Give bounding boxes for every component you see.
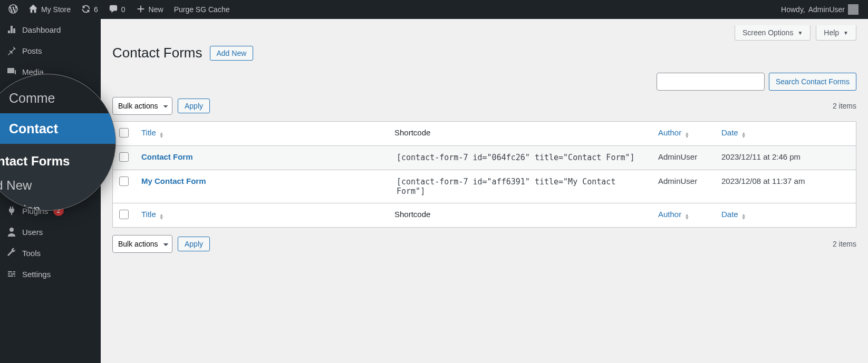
search-button[interactable]: Search Contact Forms	[769, 73, 856, 91]
wrench-icon	[6, 248, 17, 258]
zoom-contact-label: Contact	[9, 121, 58, 136]
search-input[interactable]	[657, 73, 765, 91]
table-row: Contact Form [contact-form-7 id="064fc26…	[113, 146, 856, 170]
updates-link[interactable]: 6	[76, 0, 103, 19]
screen-options-tab[interactable]: Screen Options ▼	[735, 25, 811, 41]
apply-label: Apply	[185, 240, 203, 248]
col-shortcode: Shortcode	[388, 203, 652, 228]
sort-icon: ▲▼	[741, 132, 746, 138]
add-new-button[interactable]: Add New	[210, 46, 254, 61]
row-shortcode[interactable]: [contact-form-7 id="064fc26" title="Cont…	[394, 152, 637, 163]
items-count-bottom: 2 items	[833, 240, 856, 248]
row-date: 2023/12/11 at 2:46 pm	[715, 146, 856, 170]
forms-table: Title▲▼ Shortcode Author▲▼ Date▲▼ Contac…	[112, 121, 856, 228]
home-icon	[28, 4, 38, 15]
sidebar-item-label: Users	[22, 228, 43, 237]
row-title-link[interactable]: My Contact Form	[141, 176, 206, 185]
chevron-down-icon: ▼	[797, 30, 803, 36]
mail-icon	[0, 121, 2, 136]
search-button-label: Search Contact Forms	[776, 77, 850, 86]
zoom-sub-contact-forms: Contact Forms	[0, 149, 115, 173]
col-author[interactable]: Author▲▼	[652, 203, 715, 228]
col-label: Author	[658, 128, 681, 137]
apply-label: Apply	[185, 102, 203, 110]
sort-icon: ▲▼	[159, 213, 164, 220]
row-author: AdminUser	[652, 170, 715, 203]
add-new-label: Add New	[217, 49, 247, 57]
col-shortcode: Shortcode	[388, 122, 652, 146]
sidebar-item-settings[interactable]: Settings	[0, 263, 101, 284]
sidebar-item-users[interactable]: Users	[0, 221, 101, 242]
comments-link[interactable]: 0	[103, 0, 131, 19]
apply-button-top[interactable]: Apply	[178, 99, 210, 113]
col-label: Title	[141, 128, 156, 137]
sidebar-item-label: Tools	[22, 249, 41, 258]
content-area: Screen Options ▼ Help ▼ Contact Forms Ad…	[101, 19, 868, 363]
zoom-sub-label: Add New	[0, 178, 32, 192]
col-label: Date	[721, 210, 738, 219]
new-label: New	[149, 5, 163, 14]
col-label: Title	[141, 210, 156, 219]
chevron-down-icon: ▼	[843, 30, 848, 36]
purge-cache-link[interactable]: Purge SG Cache	[169, 0, 235, 19]
zoom-sub-label: Contact Forms	[0, 154, 70, 168]
sidebar-item-label: Posts	[22, 46, 42, 55]
row-date: 2023/12/08 at 11:37 am	[715, 170, 856, 203]
col-label: Shortcode	[394, 128, 430, 137]
zoom-comments-label: Comme	[9, 91, 55, 106]
sidebar-item-label: Dashboard	[22, 25, 61, 34]
page-title: Contact Forms	[112, 45, 202, 61]
col-date[interactable]: Date▲▼	[715, 122, 856, 146]
row-title-link[interactable]: Contact Form	[141, 152, 193, 161]
apply-button-bottom[interactable]: Apply	[178, 237, 210, 251]
new-content-link[interactable]: New	[131, 0, 169, 19]
my-account-link[interactable]: Howdy, AdminUser	[776, 0, 864, 19]
sort-icon: ▲▼	[684, 132, 689, 138]
comments-count: 0	[121, 5, 126, 14]
col-author[interactable]: Author▲▼	[652, 122, 715, 146]
col-label: Shortcode	[394, 210, 430, 219]
col-label: Author	[658, 210, 681, 219]
sidebar-item-dashboard[interactable]: Dashboard	[0, 19, 101, 40]
plugin-icon	[6, 205, 17, 216]
items-count-top: 2 items	[833, 102, 856, 110]
site-name-link[interactable]: My Store	[23, 0, 76, 19]
col-title[interactable]: Title▲▼	[135, 203, 388, 228]
sort-icon: ▲▼	[684, 213, 689, 220]
media-icon	[6, 66, 17, 77]
dashboard-icon	[6, 24, 17, 35]
row-shortcode[interactable]: [contact-form-7 id="aff6391" title="My C…	[394, 176, 645, 197]
updates-count: 6	[94, 5, 98, 14]
table-row: My Contact Form [contact-form-7 id="aff6…	[113, 170, 856, 203]
refresh-icon	[81, 4, 91, 15]
comment-icon	[0, 90, 2, 106]
purge-label: Purge SG Cache	[174, 5, 230, 14]
avatar	[848, 4, 859, 15]
row-checkbox[interactable]	[119, 176, 129, 186]
row-author: AdminUser	[652, 146, 715, 170]
wp-logo[interactable]	[3, 0, 23, 19]
pin-icon	[6, 45, 17, 56]
screen-options-label: Screen Options	[742, 28, 794, 37]
row-checkbox[interactable]	[119, 152, 129, 162]
col-label: Date	[721, 128, 738, 137]
bulk-actions-top[interactable]: Bulk actions	[112, 97, 172, 115]
wordpress-icon	[8, 4, 18, 15]
site-name: My Store	[41, 5, 71, 14]
sidebar-item-label: Settings	[22, 270, 51, 279]
select-all-bottom[interactable]	[119, 210, 129, 219]
help-label: Help	[824, 28, 839, 37]
sidebar-item-posts[interactable]: Posts	[0, 40, 101, 61]
col-title[interactable]: Title▲▼	[135, 122, 388, 146]
user-icon	[6, 227, 17, 237]
select-all-top[interactable]	[119, 128, 129, 138]
col-date[interactable]: Date▲▼	[715, 203, 856, 228]
bulk-actions-bottom[interactable]: Bulk actions	[112, 235, 172, 253]
help-tab[interactable]: Help ▼	[816, 25, 856, 41]
sliders-icon	[6, 269, 17, 279]
plus-icon	[136, 4, 146, 15]
sidebar-item-tools[interactable]: Tools	[0, 242, 101, 263]
comment-icon	[109, 4, 118, 15]
sort-icon: ▲▼	[741, 213, 746, 220]
howdy-user: AdminUser	[808, 5, 845, 14]
